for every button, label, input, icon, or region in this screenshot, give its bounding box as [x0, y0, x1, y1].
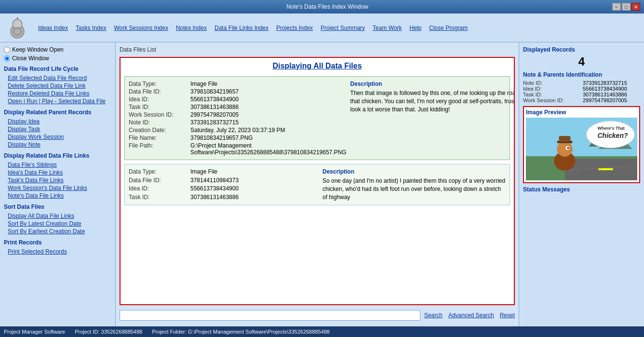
- right-note-id-row: Note ID: 373391283732715: [523, 80, 640, 86]
- section-print: Print Records: [4, 239, 111, 246]
- svg-point-19: [568, 149, 573, 152]
- status-messages-section: Status Messages: [523, 186, 640, 193]
- field-label-datafileid: Data File ID:: [129, 88, 187, 95]
- field-label-datatype-2: Data Type:: [129, 168, 187, 176]
- field-value-datafileid-1: 379810834219657: [190, 88, 347, 95]
- reset-button[interactable]: Reset: [500, 312, 515, 319]
- record-fields: Data Type: Image File Data File ID: 3798…: [129, 81, 347, 156]
- svg-point-18: [567, 147, 569, 149]
- menu-bar: Ideas Index Tasks Index Work Sessions In…: [0, 13, 644, 42]
- keep-window-open-radio[interactable]: Keep Window Open: [4, 46, 111, 53]
- field-value-datafileid-2: 378144110984373: [190, 177, 319, 185]
- status-messages-title: Status Messages: [523, 186, 640, 193]
- maximize-button[interactable]: □: [622, 3, 631, 11]
- section-sort: Sort Data Files: [4, 203, 111, 210]
- app-logo: [4, 16, 30, 40]
- right-idea-id-label: Idea ID:: [523, 86, 581, 92]
- sidebar-display-work-session[interactable]: Display Work Session: [4, 133, 111, 141]
- record-description-1: Description Then that image is followed …: [350, 81, 515, 156]
- field-label-taskid-2: Task ID:: [129, 194, 187, 202]
- menu-tasks-index[interactable]: Tasks Index: [73, 24, 109, 32]
- right-worksession-id-label: Work Session ID:: [523, 97, 581, 103]
- status-project-folder: Project Folder: G:\Project Management So…: [152, 329, 330, 335]
- close-window-radio[interactable]: Close Window: [4, 55, 111, 62]
- menu-ideas-index[interactable]: Ideas Index: [35, 24, 71, 32]
- menu-work-sessions-index[interactable]: Work Sessions Index: [111, 24, 171, 32]
- table-row[interactable]: Data Type: Image File Data File ID: 3781…: [124, 164, 510, 205]
- field-value-ideaid-1: 556613738434900: [190, 96, 347, 103]
- right-idea-id-value: 556613738434900: [583, 86, 640, 92]
- desc-title-2: Description: [322, 168, 506, 175]
- menu-projects-index[interactable]: Projects Index: [273, 24, 316, 32]
- sidebar-work-session-links[interactable]: Work Session's Data File Links: [4, 184, 111, 192]
- field-label-creationdate: Creation Date:: [129, 127, 187, 134]
- sidebar-print-selected[interactable]: Print Selected Records: [4, 248, 111, 256]
- field-label-ideaid-2: Idea ID:: [129, 185, 187, 193]
- records-container[interactable]: Displaying All Data Files Data Type: Ima…: [120, 57, 515, 305]
- right-worksession-id-row: Work Session ID: 299754798207005: [523, 97, 640, 103]
- desc-text-2: So one day (and I'm no artist) I painted…: [322, 177, 506, 201]
- image-preview-title: Image Preview: [526, 109, 637, 116]
- svg-point-14: [557, 141, 573, 157]
- field-value-ideaid-2: 556613738434900: [190, 185, 319, 193]
- displayed-records-title: Displayed Records: [523, 46, 640, 53]
- right-task-id-label: Task ID:: [523, 92, 581, 97]
- field-label-datafileid-2: Data File ID:: [129, 177, 187, 185]
- right-note-id-label: Note ID:: [523, 80, 581, 86]
- section-parent-records: Display Related Parent Records: [4, 109, 111, 116]
- menu-data-file-links-index[interactable]: Data File Links Index: [212, 24, 271, 32]
- record-fields-2: Data Type: Image File Data File ID: 3781…: [129, 168, 319, 201]
- sidebar-sort-earliest[interactable]: Sort By Earliest Creation Date: [4, 228, 111, 235]
- field-value-taskid-2: 307386131463886: [190, 194, 319, 202]
- right-worksession-id-value: 299754798207005: [583, 97, 640, 103]
- menu-notes-index[interactable]: Notes Index: [173, 24, 210, 32]
- displayed-records-count: 4: [523, 55, 640, 68]
- sidebar-open-data-file[interactable]: Open | Run | Play - Selected Data File: [4, 97, 111, 105]
- sidebar-siblings[interactable]: Data File's Siblings: [4, 161, 111, 169]
- search-bar: Search Advanced Search Reset: [120, 308, 515, 323]
- sidebar-idea-links[interactable]: Idea's Data File Links: [4, 169, 111, 176]
- section-data-file-links: Display Related Data File Links: [4, 152, 111, 159]
- sidebar: Keep Window Open Close Window Data File …: [0, 42, 116, 326]
- menu-team-work[interactable]: Team Work: [370, 24, 404, 32]
- note-parents-section: Note & Parents Identification Note ID: 3…: [523, 71, 640, 103]
- field-label-filepath: File Path:: [129, 142, 187, 156]
- main-layout: Keep Window Open Close Window Data File …: [0, 42, 644, 326]
- sidebar-edit-data-file[interactable]: Edit Selected Data File Record: [4, 74, 111, 82]
- status-app-name: Project Manager Software: [4, 329, 65, 335]
- field-label-datatype: Data Type:: [129, 81, 187, 87]
- field-label-noteid: Note ID:: [129, 119, 187, 126]
- field-value-worksessionid-1: 299754798207005: [190, 111, 347, 118]
- table-row[interactable]: Data Type: Image File Data File ID: 3798…: [124, 76, 510, 160]
- menu-help[interactable]: Help: [407, 24, 425, 32]
- right-panel: Displayed Records 4 Note & Parents Ident…: [519, 42, 644, 326]
- sidebar-display-all[interactable]: Display All Data File Links: [4, 212, 111, 220]
- sidebar-display-note[interactable]: Display Note: [4, 141, 111, 148]
- sidebar-display-task[interactable]: Display Task: [4, 125, 111, 133]
- menu-project-summary[interactable]: Project Summary: [318, 24, 368, 32]
- image-preview-canvas: Where's That Chicken?: [526, 118, 637, 180]
- menu-items: Ideas Index Tasks Index Work Sessions In…: [35, 24, 470, 32]
- field-value-filename-1: 379810834219657.PNG: [190, 135, 347, 141]
- field-value-creationdate-1: Saturday, July 22, 2023 03:37:19 PM: [190, 127, 347, 134]
- advanced-search-button[interactable]: Advanced Search: [448, 312, 494, 319]
- record-description-2: Description So one day (and I'm no artis…: [322, 168, 506, 201]
- window-title: Note's Data Files Index Window: [42, 3, 612, 10]
- search-input[interactable]: [120, 310, 420, 321]
- sidebar-delete-data-file[interactable]: Delete Selected Data File Link: [4, 82, 111, 90]
- sidebar-sort-latest[interactable]: Sort By Latest Creation Date: [4, 220, 111, 228]
- menu-close-program[interactable]: Close Program: [426, 24, 470, 32]
- svg-text:Where's That: Where's That: [598, 126, 625, 131]
- search-links: Search Advanced Search Reset: [424, 312, 515, 319]
- sidebar-restore-data-file[interactable]: Restore Deleted Data File Links: [4, 90, 111, 97]
- search-button[interactable]: Search: [424, 312, 443, 319]
- status-project-id: Project ID: 33526268885488: [75, 329, 142, 335]
- close-button[interactable]: ✕: [631, 3, 640, 11]
- minimize-button[interactable]: −: [612, 3, 621, 11]
- content-area: Data Files List Displaying All Data File…: [116, 42, 519, 326]
- sidebar-task-links[interactable]: Task's Data File Links: [4, 176, 111, 184]
- sidebar-display-idea[interactable]: Display Idea: [4, 118, 111, 125]
- title-bar: Note's Data Files Index Window − □ ✕: [0, 0, 644, 13]
- note-parents-title: Note & Parents Identification: [523, 71, 640, 78]
- sidebar-note-links[interactable]: Note's Data File Links: [4, 192, 111, 200]
